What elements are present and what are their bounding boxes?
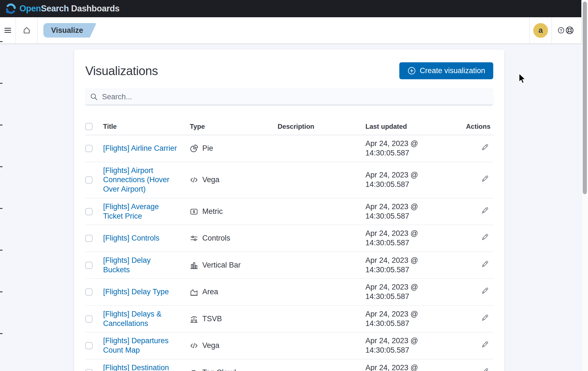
controls-icon	[190, 234, 198, 243]
edit-button[interactable]	[481, 313, 493, 322]
edit-button[interactable]	[481, 286, 493, 295]
home-icon	[23, 26, 31, 34]
search-bar	[85, 89, 493, 105]
select-all-checkbox[interactable]	[85, 123, 93, 130]
type-label: TSVB	[202, 314, 222, 324]
edit-button[interactable]	[481, 367, 493, 371]
table-row: [Flights] Delay BucketsVertical BarApr 2…	[85, 252, 493, 279]
row-checkbox[interactable]	[85, 235, 93, 242]
opensearch-logo: OpenSearch Dashboards	[5, 3, 119, 14]
edge-tick-marks	[0, 41, 3, 335]
area-chart-icon	[190, 288, 198, 296]
pencil-icon	[481, 367, 489, 371]
metric-icon	[190, 207, 198, 216]
edit-button[interactable]	[481, 340, 493, 349]
column-header-last-updated: Last updated	[365, 120, 453, 135]
visualization-link[interactable]: [Flights] Airline Carrier	[103, 144, 177, 152]
visualization-link[interactable]: [Flights] Delay Type	[103, 288, 169, 296]
help-button[interactable]: ?	[557, 27, 565, 34]
visualization-link[interactable]: [Flights] Controls	[103, 234, 160, 242]
table-row: [Flights] Delays & CancellationsTSVBApr …	[85, 305, 493, 332]
table-row: [Flights] ControlsControlsApr 24, 2023 @…	[85, 225, 493, 252]
pencil-icon	[481, 313, 489, 322]
nav-divider	[37, 17, 38, 43]
scrollbar-thumb[interactable]	[583, 2, 587, 194]
search-icon	[90, 93, 98, 101]
last-updated-text: Apr 24, 2023 @ 14:30:05.587	[365, 283, 437, 301]
row-checkbox[interactable]	[85, 262, 93, 269]
create-visualization-label: Create visualization	[420, 66, 485, 75]
last-updated-text: Apr 24, 2023 @ 14:30:05.587	[365, 170, 437, 189]
tsvb-icon	[190, 315, 198, 323]
type-label: Area	[202, 287, 218, 297]
table-row: [Flights] Airport Connections (Hover Ove…	[85, 162, 493, 198]
top-navbar: Visualize a ?	[0, 17, 581, 43]
scrollbar-track[interactable]	[581, 0, 588, 371]
type-label: Vega	[202, 175, 220, 185]
pencil-icon	[481, 260, 489, 268]
visualizations-panel: Visualizations Create visualization	[74, 50, 504, 371]
pencil-icon	[481, 340, 489, 349]
pencil-icon	[481, 233, 489, 241]
create-visualization-button[interactable]: Create visualization	[399, 62, 493, 79]
edit-button[interactable]	[481, 260, 493, 268]
row-checkbox[interactable]	[85, 208, 93, 215]
table-row: [Flights] Delay TypeAreaApr 24, 2023 @ 1…	[85, 279, 493, 306]
row-checkbox[interactable]	[85, 145, 93, 152]
question-circle-icon: ?	[557, 27, 565, 34]
pie-chart-icon	[190, 144, 198, 153]
vega-code-icon	[190, 176, 198, 184]
last-updated-text: Apr 24, 2023 @ 14:30:05.587	[365, 336, 437, 355]
row-checkbox[interactable]	[85, 288, 93, 296]
hamburger-menu-icon	[3, 26, 12, 35]
edit-button[interactable]	[481, 174, 493, 183]
visualization-link[interactable]: [Flights] Airport Connections (Hover Ove…	[103, 166, 170, 194]
column-header-description: Description	[278, 120, 365, 135]
last-updated-text: Apr 24, 2023 @ 14:30:05.587	[365, 310, 437, 328]
last-updated-text: Apr 24, 2023 @ 14:30:05.587	[365, 139, 437, 158]
table-row: [Flights] Destination WeatherTag CloudAp…	[85, 359, 493, 371]
pencil-icon	[481, 286, 489, 295]
tag-cloud-icon	[190, 368, 198, 371]
home-button[interactable]	[16, 17, 37, 43]
row-checkbox[interactable]	[85, 369, 93, 371]
type-label: Pie	[202, 144, 213, 153]
row-checkbox[interactable]	[85, 315, 93, 323]
life-ring-icon	[565, 26, 574, 35]
page-title: Visualizations	[85, 64, 158, 78]
svg-text:?: ?	[560, 28, 562, 33]
edit-button[interactable]	[481, 233, 493, 241]
opensearch-logo-icon	[5, 3, 17, 14]
visualization-link[interactable]: [Flights] Departures Count Map	[103, 337, 169, 354]
row-checkbox[interactable]	[85, 342, 93, 349]
visualization-link[interactable]: [Flights] Delays & Cancellations	[103, 310, 161, 328]
visualizations-table: Title Type Description Last updated Acti…	[85, 120, 493, 371]
visualization-link[interactable]: [Flights] Delay Buckets	[103, 256, 151, 274]
menu-button[interactable]	[0, 17, 16, 43]
pencil-icon	[481, 143, 489, 152]
row-checkbox[interactable]	[85, 176, 93, 184]
type-label: Vega	[202, 341, 220, 350]
table-row: [Flights] Airline CarrierPieApr 24, 2023…	[85, 135, 493, 162]
visualization-link[interactable]: [Flights] Average Ticket Price	[103, 202, 159, 220]
breadcrumb-visualize[interactable]: Visualize	[43, 23, 96, 38]
type-label: Controls	[202, 234, 230, 243]
last-updated-text: Apr 24, 2023 @ 14:30:05.587	[365, 229, 437, 248]
visualization-link[interactable]: [Flights] Destination Weather	[103, 363, 169, 371]
table-row: [Flights] Average Ticket PriceMetricApr …	[85, 198, 493, 225]
type-label: Vertical Bar	[202, 261, 241, 270]
vertical-bar-icon	[190, 261, 198, 269]
last-updated-text: Apr 24, 2023 @ 14:30:05.587	[365, 202, 437, 221]
app-title: OpenSearch Dashboards	[19, 4, 119, 14]
column-header-type: Type	[190, 120, 278, 135]
vega-code-icon	[190, 342, 198, 350]
app-header: OpenSearch Dashboards	[0, 0, 581, 17]
edit-button[interactable]	[481, 143, 493, 152]
user-avatar[interactable]: a	[533, 23, 548, 38]
search-input[interactable]	[102, 93, 489, 101]
pencil-icon	[481, 174, 489, 183]
feedback-button[interactable]	[565, 26, 574, 35]
last-updated-text: Apr 24, 2023 @ 14:30:05.587	[365, 363, 437, 371]
last-updated-text: Apr 24, 2023 @ 14:30:05.587	[365, 256, 437, 275]
edit-button[interactable]	[481, 206, 493, 215]
